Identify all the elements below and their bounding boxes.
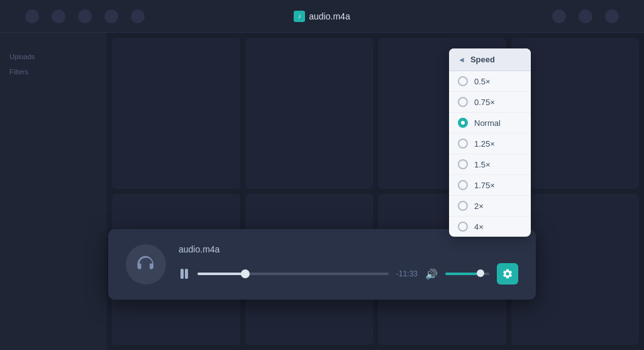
speed-option-2[interactable]: 2× — [449, 196, 531, 217]
nav-icon-5[interactable] — [131, 9, 145, 23]
nav-icon-3[interactable] — [78, 9, 92, 23]
speed-label-1.5: 1.5× — [474, 160, 491, 169]
radio-4 — [458, 222, 468, 232]
nav-icons-left — [25, 0, 145, 33]
radio-0.75 — [458, 97, 468, 107]
card-2 — [245, 38, 374, 189]
speed-options-list: 0.5×0.75×Normal1.25×1.5×1.75×2×4× — [449, 71, 531, 237]
top-nav: ♪ audio.m4a — [0, 0, 644, 33]
sidebar: Uploads Filters — [0, 33, 107, 350]
nav-icon-right-1[interactable] — [552, 9, 566, 23]
player-info: audio.m4a -11:33 🔊 — [179, 244, 518, 285]
speed-option-1.75[interactable]: 1.75× — [449, 175, 531, 196]
speed-label-4: 4× — [474, 222, 484, 232]
speed-dropdown: ◄ Speed 0.5×0.75×Normal1.25×1.5×1.75×2×4… — [449, 48, 531, 237]
radio-0.5 — [458, 76, 468, 86]
speed-option-1.25[interactable]: 1.25× — [449, 133, 531, 154]
progress-bar[interactable] — [197, 273, 389, 275]
back-arrow-icon: ◄ — [458, 55, 465, 64]
pause-button[interactable] — [179, 268, 190, 279]
speed-label-1.75: 1.75× — [474, 181, 495, 190]
nav-filename: audio.m4a — [309, 11, 350, 21]
radio-normal — [458, 118, 468, 128]
nav-icon-2[interactable] — [52, 9, 65, 23]
nav-icons-right — [552, 0, 619, 33]
speed-title: Speed — [470, 55, 495, 64]
nav-icon-right-2[interactable] — [579, 9, 592, 23]
nav-title: ♪ audio.m4a — [294, 11, 350, 22]
speed-header[interactable]: ◄ Speed — [449, 48, 531, 71]
radio-1.25 — [458, 138, 468, 149]
gear-icon — [502, 268, 513, 279]
speed-label-1.25: 1.25× — [474, 139, 495, 149]
volume-fill — [445, 273, 480, 275]
music-file-icon: ♪ — [294, 11, 305, 22]
speed-label-0.75: 0.75× — [474, 98, 495, 107]
speed-option-1.5[interactable]: 1.5× — [449, 154, 531, 175]
speed-option-4[interactable]: 4× — [449, 217, 531, 237]
headphones-svg — [135, 253, 157, 276]
player-controls: -11:33 🔊 — [179, 263, 518, 285]
card-1 — [112, 38, 240, 189]
nav-icon-1[interactable] — [25, 9, 39, 23]
volume-bar[interactable] — [445, 273, 489, 275]
nav-icon-4[interactable] — [104, 9, 118, 23]
radio-2 — [458, 201, 468, 211]
radio-1.75 — [458, 180, 468, 190]
sidebar-filters-label: Filters — [9, 68, 97, 76]
nav-icon-right-3[interactable] — [605, 9, 619, 23]
speed-option-0.75[interactable]: 0.75× — [449, 92, 531, 113]
volume-icon: 🔊 — [425, 268, 438, 280]
radio-1.5 — [458, 159, 468, 169]
progress-thumb — [241, 269, 250, 278]
sidebar-uploads-label: Uploads — [9, 53, 97, 60]
speed-option-normal[interactable]: Normal — [449, 113, 531, 133]
speed-label-normal: Normal — [474, 118, 501, 128]
speed-label-0.5: 0.5× — [474, 77, 491, 86]
speed-option-0.5[interactable]: 0.5× — [449, 71, 531, 92]
volume-thumb — [477, 269, 484, 277]
headphone-icon — [126, 244, 166, 285]
audio-player: audio.m4a -11:33 🔊 — [108, 229, 536, 300]
main-content — [107, 33, 644, 350]
time-remaining: -11:33 — [396, 269, 418, 278]
speed-label-2: 2× — [474, 201, 484, 211]
progress-fill — [197, 273, 245, 275]
audio-filename: audio.m4a — [179, 244, 518, 254]
settings-button[interactable] — [497, 263, 518, 285]
